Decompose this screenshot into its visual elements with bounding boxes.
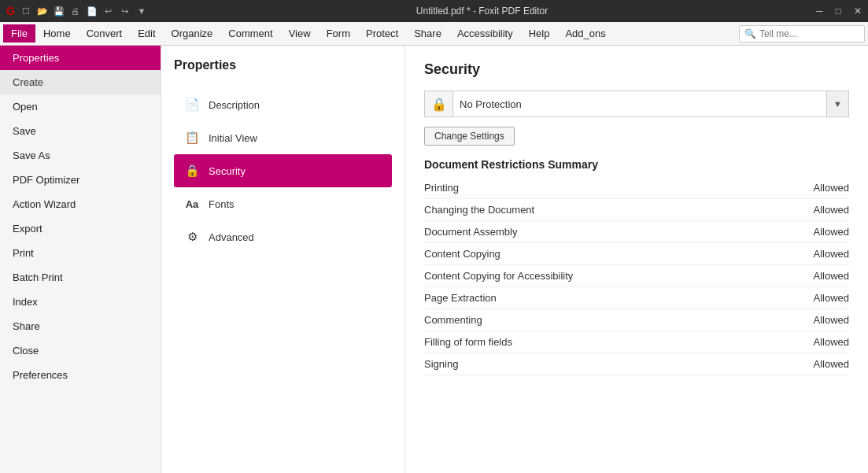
sidebar-item-close[interactable]: Close xyxy=(0,338,161,363)
sidebar-item-saveas[interactable]: Save As xyxy=(0,143,161,168)
menu-item-convert[interactable]: Convert xyxy=(79,24,131,42)
restriction-value-assembly: Allowed xyxy=(813,226,849,238)
sidebar-item-index[interactable]: Index xyxy=(0,290,161,314)
prop-nav-fonts-label: Fonts xyxy=(209,198,235,210)
restriction-row-changing: Changing the Document Allowed xyxy=(424,199,849,221)
sidebar-item-export[interactable]: Export xyxy=(0,216,161,241)
security-panel-title: Security xyxy=(424,61,849,78)
properties-panel: Properties 📄 Description 📋 Initial View … xyxy=(161,46,405,473)
title-bar: G ☐ 📂 💾 🖨 📄 ↩ ↪ ▼ Untitled.pdf * - Foxit… xyxy=(0,0,868,22)
initialview-icon: 📋 xyxy=(183,129,201,146)
open-icon[interactable]: 📂 xyxy=(36,5,49,17)
close-button[interactable]: ✕ xyxy=(854,6,862,17)
security-dropdown-row: 🔒 No Protection Password Protection Cert… xyxy=(424,91,849,117)
security-content: Security 🔒 No Protection Password Protec… xyxy=(405,46,868,473)
restriction-label-changing: Changing the Document xyxy=(424,204,534,216)
advanced-icon: ⚙ xyxy=(183,228,201,246)
toolbar-icons: ☐ 📂 💾 🖨 📄 ↩ ↪ ▼ xyxy=(20,5,148,17)
print-icon[interactable]: 🖨 xyxy=(69,5,82,17)
maximize-button[interactable]: □ xyxy=(836,6,841,17)
redo-icon[interactable]: ↪ xyxy=(119,5,131,17)
menu-item-help[interactable]: Help xyxy=(521,24,558,42)
prop-nav-description[interactable]: 📄 Description xyxy=(174,88,392,121)
sidebar-item-save[interactable]: Save xyxy=(0,119,161,143)
sidebar-item-print[interactable]: Print xyxy=(0,241,161,265)
menu-item-comment[interactable]: Comment xyxy=(220,24,280,42)
title-bar-controls: ─ □ ✕ xyxy=(816,6,862,17)
restriction-label-accessibility: Content Copying for Accessibility xyxy=(424,270,573,282)
menu-item-addons[interactable]: Add_ons xyxy=(557,24,613,42)
prop-nav-fonts[interactable]: Aa Fonts xyxy=(174,187,392,220)
restriction-value-commenting: Allowed xyxy=(813,314,849,326)
prop-nav-security-label: Security xyxy=(209,165,246,177)
menu-item-home[interactable]: Home xyxy=(35,24,79,42)
restriction-row-pageextraction: Page Extraction Allowed xyxy=(424,287,849,309)
sidebar-item-properties[interactable]: Properties xyxy=(0,46,161,70)
restrictions-title: Document Restrictions Summary xyxy=(424,158,849,171)
restriction-row-accessibility: Content Copying for Accessibility Allowe… xyxy=(424,265,849,287)
dropdown-arrow-icon[interactable]: ▼ xyxy=(827,91,849,117)
prop-nav-security[interactable]: 🔒 Security xyxy=(174,154,392,187)
restriction-row-formfields: Filling of form fields Allowed xyxy=(424,331,849,353)
sidebar-item-open[interactable]: Open xyxy=(0,94,161,119)
app-logo-icon: G xyxy=(6,5,15,17)
sidebar-item-actionwizard[interactable]: Action Wizard xyxy=(0,192,161,216)
customize-icon[interactable]: ▼ xyxy=(135,5,148,17)
prop-nav-advanced-label: Advanced xyxy=(209,231,254,243)
lock-icon: 🔒 xyxy=(424,91,452,117)
menu-item-protect[interactable]: Protect xyxy=(358,24,406,42)
title-bar-left: G ☐ 📂 💾 🖨 📄 ↩ ↪ ▼ xyxy=(6,5,148,17)
menu-item-view[interactable]: View xyxy=(281,24,319,42)
search-input[interactable] xyxy=(759,28,862,39)
prop-nav-initialview[interactable]: 📋 Initial View xyxy=(174,121,392,154)
security-dropdown[interactable]: No Protection Password Protection Certif… xyxy=(452,91,827,117)
restriction-value-signing: Allowed xyxy=(813,358,849,370)
saveas-icon[interactable]: 📄 xyxy=(86,5,98,17)
search-icon: 🔍 xyxy=(744,28,756,39)
title-bar-text: Untitled.pdf * - Foxit PDF Editor xyxy=(416,6,548,17)
restriction-value-accessibility: Allowed xyxy=(813,270,849,282)
prop-nav-initialview-label: Initial View xyxy=(209,132,257,144)
app-body: Properties Create Open Save Save As PDF … xyxy=(0,46,868,473)
prop-nav-description-label: Description xyxy=(209,99,260,111)
restriction-label-commenting: Commenting xyxy=(424,314,482,326)
restriction-label-pageextraction: Page Extraction xyxy=(424,292,497,304)
restriction-label-printing: Printing xyxy=(424,182,459,194)
restriction-value-pageextraction: Allowed xyxy=(813,292,849,304)
sidebar-item-pdfoptimizer[interactable]: PDF Optimizer xyxy=(0,168,161,192)
fonts-icon: Aa xyxy=(183,195,201,212)
menu-item-file[interactable]: File xyxy=(3,24,35,42)
restriction-row-commenting: Commenting Allowed xyxy=(424,309,849,331)
restriction-value-formfields: Allowed xyxy=(813,336,849,348)
menu-item-organize[interactable]: Organize xyxy=(164,24,221,42)
sidebar-item-batchprint[interactable]: Batch Print xyxy=(0,265,161,290)
new-icon[interactable]: ☐ xyxy=(20,5,32,17)
restriction-label-assembly: Document Assembly xyxy=(424,226,518,238)
restriction-label-signing: Signing xyxy=(424,358,458,370)
restriction-label-contentcopying: Content Copying xyxy=(424,248,500,260)
restriction-label-formfields: Filling of form fields xyxy=(424,336,512,348)
restriction-value-contentcopying: Allowed xyxy=(813,248,849,260)
menu-item-edit[interactable]: Edit xyxy=(130,24,163,42)
sidebar-item-create[interactable]: Create xyxy=(0,70,161,94)
menu-item-form[interactable]: Form xyxy=(319,24,358,42)
security-icon: 🔒 xyxy=(183,162,201,179)
menu-bar: File Home Convert Edit Organize Comment … xyxy=(0,22,868,46)
restriction-row-assembly: Document Assembly Allowed xyxy=(424,221,849,243)
change-settings-button[interactable]: Change Settings xyxy=(424,127,515,146)
menu-item-accessibility[interactable]: Accessibility xyxy=(449,24,521,42)
left-sidebar: Properties Create Open Save Save As PDF … xyxy=(0,46,161,473)
sidebar-item-share[interactable]: Share xyxy=(0,314,161,338)
restriction-row-contentcopying: Content Copying Allowed xyxy=(424,243,849,265)
save-icon[interactable]: 💾 xyxy=(53,5,65,17)
menu-search-box[interactable]: 🔍 xyxy=(739,25,865,42)
menu-item-share[interactable]: Share xyxy=(406,24,449,42)
description-icon: 📄 xyxy=(183,96,201,113)
sidebar-item-preferences[interactable]: Preferences xyxy=(0,363,161,387)
restriction-value-changing: Allowed xyxy=(813,204,849,216)
undo-icon[interactable]: ↩ xyxy=(102,5,115,17)
prop-nav-advanced[interactable]: ⚙ Advanced xyxy=(174,220,392,253)
restriction-value-printing: Allowed xyxy=(813,182,849,194)
minimize-button[interactable]: ─ xyxy=(816,6,823,17)
restriction-row-printing: Printing Allowed xyxy=(424,177,849,199)
